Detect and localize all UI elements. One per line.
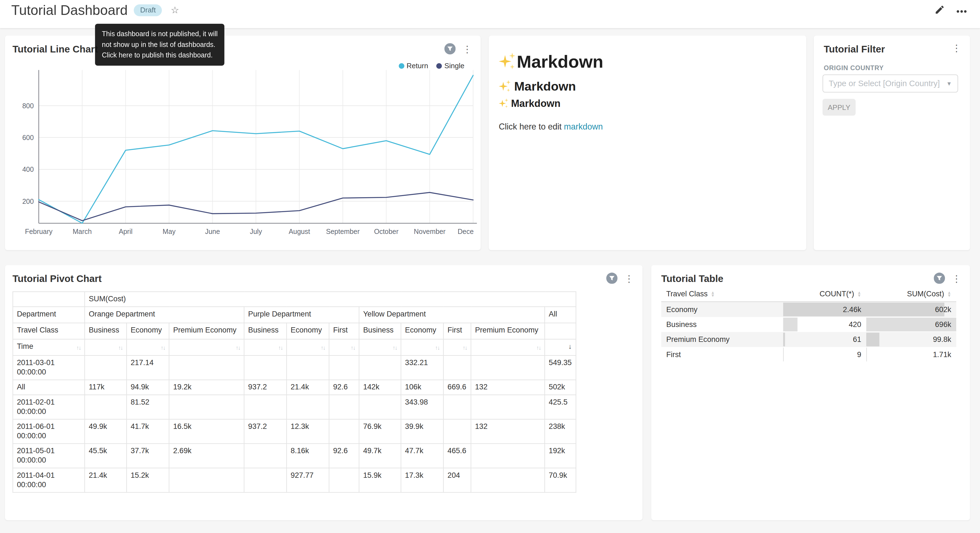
x-tick-label: November [414,228,445,235]
table-row: Economy2.46k602k [661,302,956,317]
pivot-row: 2011-04-01 00:00:0021.4k15.2k927.7715.9k… [13,468,576,492]
pivot-cell: 117k [85,380,127,395]
kebab-menu-icon[interactable]: ⋮ [952,274,961,283]
pivot-cell: 132 [471,419,545,444]
favorite-star-icon[interactable]: ☆ [171,5,179,16]
pivot-cell: 332.21 [401,356,443,380]
header-actions: ••• [934,5,967,18]
pivot-header-cell: ↑↓ [244,339,286,356]
sort-icon[interactable]: ↑↓ [393,343,397,353]
origin-country-select[interactable]: Type or Select [Origin Country] ▼ [822,74,958,93]
pivot-cell [443,356,471,380]
column-header-sum-cost[interactable]: SUM(Cost)▲▼ [866,286,956,302]
sort-carets-icon: ▲▼ [947,292,951,297]
pivot-cell: 937.2 [244,380,286,395]
pivot-group-header: Yellow Department [359,307,545,323]
filter-badge-icon[interactable] [934,273,945,284]
kebab-menu-icon[interactable]: ⋮ [624,274,634,283]
pivot-cell: 465.6 [443,444,471,468]
pivot-group-header: Orange Department [85,307,244,323]
sort-icon[interactable]: ↑↓ [161,343,165,353]
sort-icon[interactable]: ↑↓ [76,343,81,353]
pivot-cell: 94.9k [126,380,169,395]
x-tick-label: October [374,228,399,235]
cell-sum: 696k [866,317,956,332]
x-tick-label: February [25,228,53,235]
sorted-desc-icon[interactable]: ↓ [568,342,571,351]
y-tick-label: 200 [22,198,34,205]
draft-status-badge[interactable]: Draft [134,5,162,16]
pivot-header-cell: ↑↓ [359,339,401,356]
pivot-cell [471,444,545,468]
legend-item-single[interactable]: Single [436,62,465,69]
pivot-table: SUM(Cost)DepartmentOrange DepartmentPurp… [13,291,576,493]
pivot-cell: 76.9k [359,419,401,444]
pivot-cell: 343.98 [401,395,443,419]
pivot-cell [329,356,359,380]
sort-icon[interactable]: ↑↓ [462,343,467,353]
pivot-row-label: 2011-04-01 00:00:00 [13,468,84,492]
cell-sum: 1.71k [866,347,956,362]
pivot-cell: 49.9k [85,419,127,444]
cell-count: 2.46k [783,302,866,317]
kebab-menu-icon[interactable]: ⋮ [462,44,472,54]
pivot-cell: 92.6 [329,380,359,395]
pivot-cell [359,395,401,419]
filter-badge-icon[interactable] [606,273,617,284]
pivot-class-header: Economy [126,323,169,339]
more-menu-icon[interactable]: ••• [956,6,967,16]
origin-country-label: ORIGIN COUNTRY [824,64,884,71]
pivot-cell [471,468,545,492]
legend-dot-icon [436,63,442,69]
pivot-header-cell: ↑↓ [126,339,169,356]
sparkles-icon [499,53,515,69]
sort-icon[interactable]: ↑↓ [236,343,240,353]
sort-icon[interactable]: ↑↓ [435,343,439,353]
pivot-row: All117k94.9k19.2k937.221.4k92.6142k106k6… [13,380,576,395]
sort-icon[interactable]: ↑↓ [118,343,123,353]
filter-card-title: Tutorial Filter [824,44,885,55]
cell-travel-class: First [661,347,783,362]
table-card-title: Tutorial Table [661,273,723,284]
legend-item-return[interactable]: Return [398,62,428,69]
page-title: Tutorial Dashboard [11,3,128,19]
kebab-menu-icon[interactable]: ⋮ [952,43,961,53]
filter-badge-icon[interactable] [444,43,456,54]
table-row: Business420696k [661,317,956,332]
legend-dot-icon [398,63,404,69]
pivot-cell: 192k [545,444,576,468]
pivot-cell [286,356,329,380]
table-card: Tutorial Table ⋮ Travel Class▲▼COUNT(*)▲… [651,265,970,520]
pivot-row-label: 2011-02-01 00:00:00 [13,395,84,419]
sort-icon[interactable]: ↑↓ [351,343,355,353]
sort-icon[interactable]: ↑↓ [536,343,541,353]
markdown-edit-link[interactable]: markdown [564,122,603,131]
dashboard-page: Tutorial Dashboard Draft ☆ ••• This dash… [0,0,980,533]
pivot-class-header: Economy [401,323,443,339]
pivot-chart-card: Tutorial Pivot Chart ⋮ SUM(Cost)Departme… [5,265,643,520]
sort-icon[interactable]: ↑↓ [278,343,282,353]
pivot-row: 2011-02-01 00:00:0081.52343.98425.5 [13,395,576,419]
pivot-cell: 47.7k [401,444,443,468]
markdown-card: Markdown Markdown Markdown Click here to… [488,36,806,250]
grid-lines [39,70,473,223]
edit-pencil-icon[interactable] [934,5,945,18]
pivot-row: 2011-03-01 00:00:00217.14332.21549.35 [13,356,576,380]
pivot-cell [329,468,359,492]
pivot-department-label: Department [13,307,84,323]
pivot-cell [443,419,471,444]
sort-icon[interactable]: ↑↓ [320,343,325,353]
x-tick-label: May [162,228,176,235]
y-tick-label: 800 [22,102,34,110]
pivot-header-cell: ↑↓ [443,339,471,356]
pivot-cell: 106k [401,380,443,395]
column-header-count[interactable]: COUNT(*)▲▼ [783,286,866,302]
apply-button[interactable]: APPLY [822,99,856,116]
pivot-cell [169,468,244,492]
x-tick-label: September [326,228,360,235]
y-tick-label: 600 [22,134,34,141]
column-header-travel-class[interactable]: Travel Class▲▼ [661,286,783,302]
pivot-class-header: First [329,323,359,339]
pivot-table-container: SUM(Cost)DepartmentOrange DepartmentPurp… [13,291,576,493]
x-tick-label: March [73,228,92,235]
